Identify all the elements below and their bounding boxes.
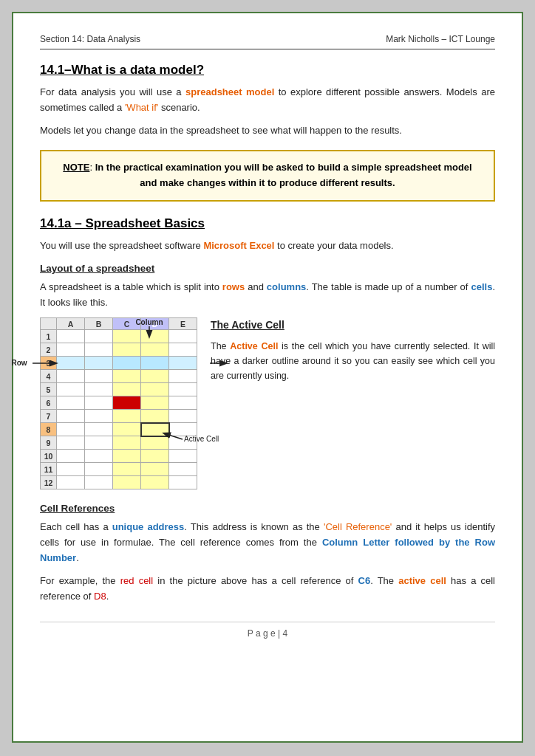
cells-highlight: cells	[471, 281, 492, 292]
section1-para1: For data analysis you will use a spreads…	[40, 85, 495, 116]
layout-subheading: Layout of a spreadsheet	[40, 263, 495, 274]
table-row: 1	[41, 330, 197, 343]
col-E: E	[169, 318, 197, 330]
col-B: B	[85, 318, 113, 330]
spreadsheet-table-wrap: A B C D E 1 2	[40, 317, 197, 492]
header-right: Mark Nicholls – ICT Lounge	[386, 34, 495, 44]
note-body: In the practical examination you will be…	[95, 162, 472, 188]
rows-highlight: rows	[222, 281, 245, 292]
table-row: 7	[41, 410, 197, 423]
spreadsheet-table: A B C D E 1 2	[40, 317, 197, 489]
active-cell-ref-text: active cell	[398, 575, 446, 586]
table-row: 5	[41, 383, 197, 396]
active-cell-para: The Active Cell is the cell which you ha…	[211, 339, 495, 383]
table-row: 11	[41, 463, 197, 476]
table-row: 4	[41, 370, 197, 383]
table-col-headers: A B C D E	[41, 318, 197, 330]
table-row-active: 8	[41, 423, 197, 436]
table-row: 6	[41, 396, 197, 410]
active-cell-title: The Active Cell	[211, 317, 495, 333]
section2-para1: You will use the spreadsheet software Mi…	[40, 238, 495, 254]
unique-address-highlight: unique address	[112, 521, 185, 532]
section1-para2: Models let you change data in the spread…	[40, 123, 495, 139]
c6-ref: C6	[358, 575, 371, 586]
layout-para: A spreadsheet is a table which is split …	[40, 280, 495, 311]
section2-title: 14.1a – Spreadsheet Basics	[40, 216, 495, 231]
d8-ref: D8	[94, 591, 106, 602]
table-row-highlighted: 3	[41, 357, 197, 370]
red-cell-c6	[113, 396, 141, 410]
row-label: Row	[11, 359, 27, 367]
spreadsheet-model-highlight: spreadsheet model	[185, 86, 274, 97]
cols-highlight: columns	[267, 281, 306, 292]
col-D: D	[141, 318, 169, 330]
table-row: 9	[41, 436, 197, 450]
col-A: A	[57, 318, 85, 330]
spreadsheet-section: A B C D E 1 2	[40, 317, 495, 492]
page-number: P a g e | 4	[248, 628, 287, 639]
header-left: Section 14: Data Analysis	[40, 34, 140, 44]
excel-highlight: Microsoft Excel	[203, 240, 274, 251]
table-row: 2	[41, 343, 197, 357]
note-label: NOTE	[63, 162, 89, 173]
active-cell-text-highlight: Active Cell	[230, 341, 278, 351]
col-C: C	[113, 318, 141, 330]
table-row: 10	[41, 450, 197, 463]
what-if-quote: 'What if'	[125, 102, 158, 113]
table-row: 12	[41, 476, 197, 489]
page: Section 14: Data Analysis Mark Nicholls …	[12, 12, 523, 743]
active-cell-d8	[141, 423, 169, 436]
spreadsheet-container: A B C D E 1 2	[40, 317, 197, 489]
cell-ref-para1: Each cell has a unique address. This add…	[40, 520, 495, 566]
section1-title: 14.1–What is a data model?	[40, 63, 495, 78]
cell-ref-para2: For example, the red cell in the picture…	[40, 574, 495, 605]
header-bar: Section 14: Data Analysis Mark Nicholls …	[40, 34, 495, 49]
cell-ref-subheading: Cell References	[40, 503, 495, 514]
active-cell-description: The Active Cell The Active Cell is the c…	[211, 317, 495, 391]
page-footer: P a g e | 4	[40, 622, 495, 639]
cell-reference-quote: 'Cell Reference'	[324, 521, 392, 532]
red-cell-ref: red cell	[120, 575, 153, 586]
note-box: NOTE: In the practical examination you w…	[40, 150, 495, 202]
